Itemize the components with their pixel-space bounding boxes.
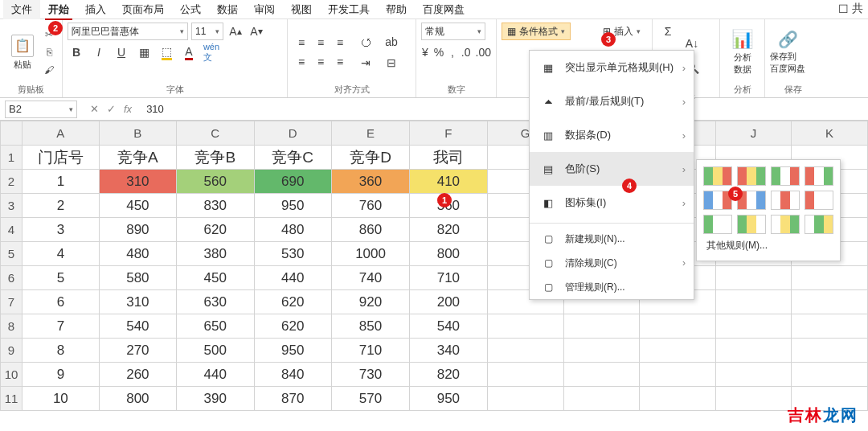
col-header-E[interactable]: E xyxy=(331,121,409,146)
fill-color-button[interactable]: ⬚ xyxy=(158,43,175,61)
color-scale-option-7[interactable] xyxy=(805,191,833,210)
cell[interactable]: 740 xyxy=(331,266,409,290)
cell[interactable]: 920 xyxy=(331,290,409,314)
cell[interactable]: 890 xyxy=(99,218,176,242)
cell[interactable] xyxy=(715,290,792,314)
cell[interactable] xyxy=(792,290,868,314)
increase-font-icon[interactable]: A▴ xyxy=(227,23,244,40)
save-baidu-button[interactable]: 🔗 保存到 百度网盘 xyxy=(770,27,805,77)
share-button[interactable]: ☐ 共 xyxy=(838,2,863,16)
cell[interactable] xyxy=(487,387,563,411)
cell[interactable]: 1000 xyxy=(331,242,409,266)
cell[interactable]: 450 xyxy=(99,194,176,218)
cell[interactable]: 10 xyxy=(23,387,100,411)
tab-4[interactable]: 公式 xyxy=(172,0,209,19)
col-header-A[interactable]: A xyxy=(23,121,100,146)
align-right-icon[interactable]: ≡ xyxy=(331,53,349,71)
cell[interactable]: 310 xyxy=(99,170,176,194)
cell[interactable]: 200 xyxy=(410,290,487,314)
tab-10[interactable]: 百度网盘 xyxy=(415,0,473,19)
cell[interactable]: 竞争B xyxy=(177,146,254,170)
copy-icon[interactable]: ⎘ xyxy=(42,45,56,60)
col-header-K[interactable]: K xyxy=(792,121,868,146)
format-painter-icon[interactable]: 🖌 xyxy=(42,63,56,77)
fx-icon[interactable]: fx xyxy=(124,103,132,115)
cell[interactable]: 580 xyxy=(99,266,176,290)
other-rules-item[interactable]: 其他规则(M)... xyxy=(703,234,833,254)
cell[interactable] xyxy=(563,314,640,339)
cell[interactable]: 我司 xyxy=(410,146,487,170)
menu-item-scales[interactable]: ▤色阶(S)› xyxy=(530,152,694,186)
cell[interactable] xyxy=(640,363,715,387)
cell[interactable]: 6 xyxy=(23,290,100,314)
cell[interactable]: 800 xyxy=(410,242,487,266)
align-middle-icon[interactable]: ≡ xyxy=(312,34,330,51)
cell[interactable]: 480 xyxy=(99,242,176,266)
col-header-D[interactable]: D xyxy=(254,121,331,146)
select-all-corner[interactable] xyxy=(1,121,23,146)
cell[interactable]: 380 xyxy=(177,242,254,266)
tab-5[interactable]: 数据 xyxy=(209,0,246,19)
font-color-button[interactable]: A xyxy=(180,43,198,61)
color-scale-option-11[interactable] xyxy=(805,215,833,234)
cell[interactable]: 620 xyxy=(177,218,254,242)
cell[interactable]: 竞争D xyxy=(331,146,409,170)
col-header-C[interactable]: C xyxy=(177,121,254,146)
cell[interactable]: 690 xyxy=(254,170,331,194)
color-scale-option-6[interactable] xyxy=(771,191,800,210)
menu-item-bars[interactable]: ▥数据条(D)› xyxy=(530,118,694,152)
cell[interactable]: 340 xyxy=(410,339,487,363)
cell[interactable]: 260 xyxy=(99,363,176,387)
cell[interactable]: 650 xyxy=(177,314,254,339)
tab-6[interactable]: 审阅 xyxy=(246,0,283,19)
conditional-format-button[interactable]: ▦ 条件格式▾ xyxy=(502,23,571,40)
cell[interactable]: 630 xyxy=(177,290,254,314)
menu-item-highlight[interactable]: ▦突出显示单元格规则(H)› xyxy=(530,51,694,84)
tab-7[interactable]: 视图 xyxy=(283,0,320,19)
confirm-icon[interactable]: ✓ xyxy=(107,103,116,115)
cell[interactable]: 390 xyxy=(177,387,254,411)
cell[interactable] xyxy=(792,314,868,339)
menu-item-icons[interactable]: ◧图标集(I)› xyxy=(530,186,694,220)
cell[interactable]: 5 xyxy=(23,266,100,290)
cell[interactable]: 840 xyxy=(254,363,331,387)
inc-decimal-icon[interactable]: .0 xyxy=(461,43,471,61)
cell[interactable] xyxy=(563,387,640,411)
tab-3[interactable]: 页面布局 xyxy=(114,0,172,19)
cell[interactable] xyxy=(487,314,563,339)
cell[interactable]: 竞争A xyxy=(99,146,176,170)
cell[interactable]: 8 xyxy=(23,339,100,363)
cell[interactable]: 500 xyxy=(177,339,254,363)
row-header-11[interactable]: 11 xyxy=(1,387,23,411)
align-left-icon[interactable]: ≡ xyxy=(293,53,310,71)
menu-item-extra[interactable]: ▢清除规则(C)› xyxy=(530,251,694,275)
paste-button[interactable]: 📋 粘贴 xyxy=(5,27,40,77)
font-name-select[interactable]: 阿里巴巴普惠体▾ xyxy=(68,23,188,40)
cell[interactable]: 530 xyxy=(254,242,331,266)
tab-9[interactable]: 帮助 xyxy=(378,0,415,19)
cell[interactable]: 竞争C xyxy=(254,146,331,170)
row-header-1[interactable]: 1 xyxy=(1,146,23,170)
col-header-F[interactable]: F xyxy=(410,121,487,146)
border-button[interactable]: ▦ xyxy=(135,43,153,61)
color-scale-option-0[interactable] xyxy=(703,166,732,186)
cell[interactable]: 2 xyxy=(23,194,100,218)
col-header-J[interactable]: J xyxy=(715,121,792,146)
cell[interactable] xyxy=(792,266,868,290)
tab-0[interactable]: 文件 xyxy=(3,0,40,19)
cell[interactable]: 870 xyxy=(254,387,331,411)
cell[interactable] xyxy=(487,339,563,363)
row-header-7[interactable]: 7 xyxy=(1,290,23,314)
cell[interactable]: 800 xyxy=(99,387,176,411)
cell[interactable]: 860 xyxy=(331,218,409,242)
bold-button[interactable]: B xyxy=(68,43,85,61)
cell[interactable]: 360 xyxy=(331,170,409,194)
row-header-4[interactable]: 4 xyxy=(1,218,23,242)
cell[interactable]: 310 xyxy=(99,290,176,314)
cell[interactable]: 1 xyxy=(23,170,100,194)
cell[interactable]: 950 xyxy=(254,194,331,218)
cell[interactable] xyxy=(640,387,715,411)
cell[interactable]: 560 xyxy=(177,170,254,194)
italic-button[interactable]: I xyxy=(90,43,108,61)
cell[interactable]: 440 xyxy=(254,266,331,290)
